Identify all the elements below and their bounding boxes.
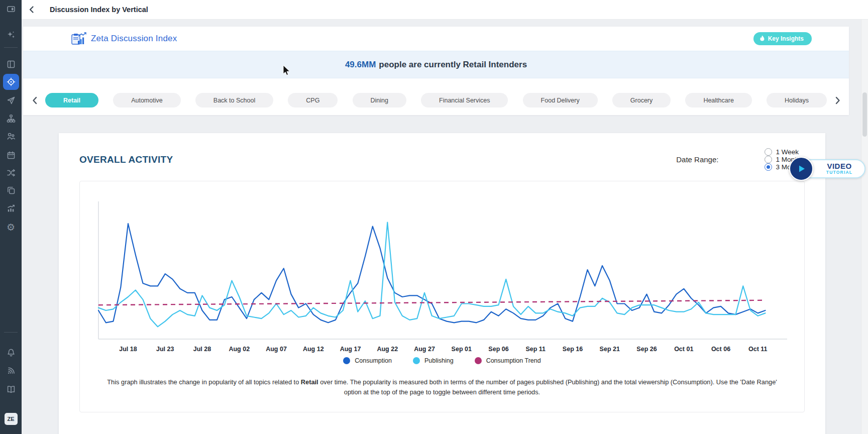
chart-panel: Jul 18Jul 23Jul 28Aug 02Aug 07Aug 12Aug … — [79, 181, 805, 412]
banner-count: 49.6MM — [345, 60, 376, 70]
svg-text:Aug 22: Aug 22 — [377, 346, 398, 353]
bell-icon[interactable] — [3, 345, 19, 361]
tab-food-delivery[interactable]: Food Delivery — [523, 93, 598, 107]
topbar: Discussion Index by Vertical — [22, 0, 868, 20]
svg-text:Aug 17: Aug 17 — [340, 346, 361, 353]
tab-dining[interactable]: Dining — [353, 93, 406, 107]
play-icon — [789, 157, 813, 181]
audience-icon[interactable] — [3, 128, 19, 144]
svg-text:Jul 23: Jul 23 — [156, 346, 174, 353]
tutorial-label: TUTORIAL — [826, 170, 852, 175]
radio-1-week[interactable]: 1 Week — [765, 148, 804, 156]
legend-dot — [413, 357, 420, 364]
svg-text:Aug 27: Aug 27 — [414, 346, 435, 353]
svg-text:Jul 28: Jul 28 — [193, 346, 211, 353]
vertical-tabs-row: RetailAutomotiveBack to SchoolCPGDiningF… — [23, 78, 849, 115]
tab-financial-services[interactable]: Financial Services — [421, 93, 508, 107]
svg-text:Sep 21: Sep 21 — [600, 346, 620, 353]
tab-healthcare[interactable]: Healthcare — [685, 93, 751, 107]
video-tutorial-button[interactable]: VIDEO TUTORIAL — [789, 157, 865, 181]
svg-text:Sep 16: Sep 16 — [563, 346, 583, 353]
legend-label: Consumption Trend — [486, 357, 541, 364]
chart-description: This graph illustrates the change in pop… — [103, 377, 781, 398]
key-insights-button[interactable]: Key Insights — [753, 32, 812, 45]
svg-text:Jul 18: Jul 18 — [119, 346, 137, 353]
calendar-icon[interactable] — [3, 147, 19, 163]
tab-grocery[interactable]: Grocery — [612, 93, 671, 107]
description-prefix: This graph illustrates the change in pop… — [107, 378, 301, 386]
logo-row: Zeta Discussion Index Key Insights — [23, 27, 849, 51]
svg-text:Aug 07: Aug 07 — [266, 346, 287, 353]
chevron-left-icon — [32, 96, 38, 104]
header-band: Zeta Discussion Index Key Insights 49.6M… — [23, 27, 849, 115]
tabs-scroll-left-button[interactable] — [28, 93, 41, 108]
chevron-left-icon — [28, 6, 35, 13]
signal-icon[interactable] — [3, 363, 19, 379]
layers-icon[interactable] — [3, 182, 19, 198]
back-button[interactable] — [22, 0, 42, 20]
overall-activity-card: OVERALL ACTIVITY Date Range: 1 Week1 Mon… — [59, 133, 825, 434]
tab-retail[interactable]: Retail — [45, 93, 98, 107]
hierarchy-icon[interactable] — [3, 111, 19, 127]
sidebar-divider-bottom — [4, 332, 18, 333]
page-scrollbar[interactable] — [861, 20, 868, 434]
activity-header: OVERALL ACTIVITY Date Range: 1 Week1 Mon… — [59, 133, 825, 171]
legend-dot — [475, 357, 482, 364]
activity-chart[interactable]: Jul 18Jul 23Jul 28Aug 02Aug 07Aug 12Aug … — [80, 194, 804, 354]
branch-icon[interactable] — [3, 165, 19, 181]
banner-text: people are currently Retail Intenders — [379, 60, 527, 70]
target-icon[interactable] — [3, 74, 19, 90]
growth-chart-icon[interactable] — [3, 200, 19, 216]
settings-icon[interactable]: ⚙ — [3, 219, 19, 235]
svg-text:Oct 01: Oct 01 — [674, 346, 693, 353]
description-suffix: over time. The popularity is measured bo… — [318, 378, 777, 396]
legend-dot — [343, 357, 350, 364]
knowledge-base-icon[interactable] — [3, 381, 19, 397]
send-icon[interactable] — [3, 92, 19, 108]
sidebar-divider-top — [4, 47, 18, 48]
key-insights-label: Key Insights — [768, 35, 804, 42]
legend-label: Consumption — [355, 357, 392, 364]
legend-consumption: Consumption — [343, 357, 392, 364]
svg-text:Aug 12: Aug 12 — [303, 346, 324, 353]
tabs-scroll-right-button[interactable] — [831, 93, 844, 108]
tab-back-to-school[interactable]: Back to School — [195, 93, 273, 107]
svg-text:Aug 02: Aug 02 — [229, 346, 250, 353]
page-title: Discussion Index by Vertical — [50, 6, 148, 14]
tabs-strip: RetailAutomotiveBack to SchoolCPGDiningF… — [45, 93, 827, 107]
legend-label: Publishing — [424, 357, 454, 364]
video-label: VIDEO — [827, 162, 851, 170]
legend-publishing: Publishing — [413, 357, 454, 364]
svg-text:Oct 06: Oct 06 — [711, 346, 730, 353]
radio-label: 1 Week — [776, 148, 799, 156]
radio-circle — [765, 148, 772, 156]
logo-text: Zeta Discussion Index — [91, 34, 177, 44]
intenders-banner: 49.6MM people are currently Retail Inten… — [23, 51, 849, 78]
date-range-control: Date Range: 1 Week1 Month3 Months — [676, 148, 804, 171]
panel-icon[interactable] — [3, 1, 19, 17]
sparkles-icon[interactable] — [3, 27, 19, 43]
activity-title: OVERALL ACTIVITY — [79, 154, 173, 165]
zeta-discussion-index-logo: Zeta Discussion Index — [71, 32, 177, 45]
tab-cpg[interactable]: CPG — [288, 93, 338, 107]
svg-text:Oct 11: Oct 11 — [748, 346, 768, 353]
radio-circle — [765, 156, 772, 163]
dashboard-icon[interactable] — [3, 56, 19, 72]
description-bold: Retail — [301, 378, 318, 386]
date-range-label: Date Range: — [676, 155, 718, 164]
chevron-right-icon — [834, 96, 841, 104]
sidebar: ⚙ ZE — [0, 0, 22, 434]
svg-text:Sep 01: Sep 01 — [452, 346, 472, 353]
user-avatar[interactable]: ZE — [5, 413, 18, 425]
flame-icon — [759, 35, 765, 42]
svg-text:Sep 06: Sep 06 — [488, 346, 508, 353]
main-content: Zeta Discussion Index Key Insights 49.6M… — [22, 20, 868, 434]
tab-holidays[interactable]: Holidays — [767, 93, 827, 107]
legend-consumption-trend: Consumption Trend — [475, 357, 541, 364]
tab-automotive[interactable]: Automotive — [113, 93, 181, 107]
logo-chart-icon — [71, 32, 86, 45]
radio-circle — [765, 163, 772, 171]
scrollbar-thumb[interactable] — [862, 92, 867, 137]
svg-text:Sep 26: Sep 26 — [636, 346, 657, 353]
svg-text:Sep 11: Sep 11 — [525, 346, 546, 353]
